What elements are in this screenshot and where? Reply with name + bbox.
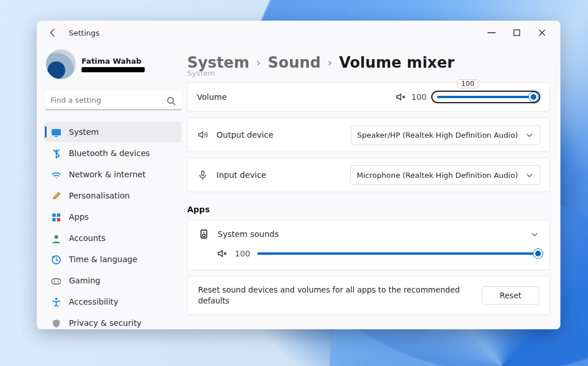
profile-block[interactable]: Fatima Wahab — [45, 47, 181, 84]
input-device-select[interactable]: Microphone (Realtek High Definition Audi… — [350, 165, 540, 185]
speaker-box-icon — [198, 228, 210, 240]
input-device-value: Microphone (Realtek High Definition Audi… — [357, 171, 518, 180]
sidebar-item-label: System — [69, 127, 99, 137]
sidebar-item-system[interactable]: System — [45, 122, 181, 142]
sidebar-item-label: Bluetooth & devices — [69, 149, 150, 158]
account-icon — [51, 233, 61, 243]
chevron-right-icon: › — [256, 56, 261, 69]
settings-window: Settings Fatima Wahab SystemBluetooth & … — [37, 21, 560, 329]
close-button[interactable] — [529, 24, 555, 41]
volume-card: Volume 100 100 — [187, 82, 550, 112]
privacy-icon — [51, 318, 61, 328]
search-input[interactable] — [45, 91, 181, 110]
back-button[interactable] — [47, 26, 60, 39]
sidebar-item-wifi[interactable]: Network & internet — [45, 164, 181, 185]
sidebar-item-label: Accessibility — [69, 297, 118, 306]
sidebar-item-access[interactable]: Accessibility — [45, 291, 181, 312]
maximize-button[interactable] — [504, 24, 529, 41]
system-sounds-slider-thumb[interactable] — [533, 249, 543, 258]
chevron-down-icon — [524, 130, 534, 140]
microphone-icon — [197, 169, 208, 181]
sidebar-item-apps[interactable]: Apps — [45, 207, 181, 227]
mute-icon[interactable] — [395, 91, 407, 103]
bluetooth-icon — [51, 148, 61, 158]
output-device-value: Speaker/HP (Realtek High Definition Audi… — [357, 131, 518, 139]
chevron-right-icon: › — [328, 56, 332, 69]
sidebar-item-time[interactable]: Time & language — [45, 249, 181, 270]
speaker-icon — [197, 129, 208, 141]
output-device-label: Output device — [216, 130, 273, 139]
sidebar-item-privacy[interactable]: Privacy & security — [45, 313, 181, 329]
sidebar-item-label: Network & internet — [69, 170, 146, 179]
section-label-cut: System — [187, 69, 550, 77]
access-icon — [51, 297, 61, 307]
output-device-card: Output device Speaker/HP (Realtek High D… — [187, 118, 550, 152]
sidebar-item-label: Personalisation — [69, 191, 130, 200]
apps-icon — [51, 212, 61, 222]
reset-button[interactable]: Reset — [482, 286, 539, 305]
sidebar-item-label: Privacy & security — [69, 318, 141, 328]
search-box — [45, 91, 181, 110]
profile-name: Fatima Wahab — [82, 57, 145, 65]
input-device-label: Input device — [216, 170, 266, 180]
reset-description: Reset sound devices and volumes for all … — [198, 285, 471, 306]
apps-section-title: Apps — [187, 205, 550, 214]
volume-value: 100 — [411, 92, 427, 102]
system-sounds-card: System sounds 100 — [187, 220, 550, 270]
sidebar-item-account[interactable]: Accounts — [45, 228, 181, 248]
titlebar: Settings — [37, 21, 560, 45]
system-sounds-mute-icon[interactable] — [216, 248, 228, 259]
sidebar-item-label: Gaming — [69, 276, 100, 285]
time-icon — [51, 254, 61, 264]
profile-email-redacted — [82, 67, 145, 72]
sidebar-item-label: Accounts — [69, 233, 106, 243]
sidebar-item-bluetooth[interactable]: Bluetooth & devices — [45, 143, 181, 163]
gaming-icon — [51, 275, 61, 286]
wifi-icon — [51, 169, 61, 180]
reset-card: Reset sound devices and volumes for all … — [187, 276, 550, 315]
sidebar-item-brush[interactable]: Personalisation — [45, 185, 181, 206]
volume-tooltip: 100 — [457, 79, 478, 88]
sidebar-item-label: Time & language — [69, 255, 137, 264]
avatar — [46, 49, 76, 79]
sidebar-item-label: Apps — [69, 212, 89, 221]
volume-label: Volume — [197, 92, 266, 102]
expand-toggle[interactable] — [529, 229, 539, 239]
system-sounds-label: System sounds — [218, 229, 278, 239]
input-device-card: Input device Microphone (Realtek High De… — [187, 158, 550, 192]
sidebar-item-gaming[interactable]: Gaming — [45, 270, 181, 291]
search-icon — [165, 95, 176, 106]
minimize-button[interactable] — [479, 24, 504, 41]
brush-icon — [51, 190, 61, 201]
chevron-down-icon — [524, 170, 534, 180]
volume-slider-thumb[interactable] — [529, 92, 538, 102]
system-icon — [51, 127, 61, 137]
system-sounds-value: 100 — [235, 249, 250, 258]
system-sounds-slider[interactable] — [257, 252, 539, 255]
window-title: Settings — [69, 29, 99, 37]
volume-slider[interactable] — [431, 91, 540, 103]
nav-list: SystemBluetooth & devicesNetwork & inter… — [45, 122, 181, 329]
sidebar: Fatima Wahab SystemBluetooth & devicesNe… — [37, 45, 187, 329]
content: System › Sound › Volume mixer System Vol… — [187, 45, 560, 329]
output-device-select[interactable]: Speaker/HP (Realtek High Definition Audi… — [351, 125, 540, 145]
